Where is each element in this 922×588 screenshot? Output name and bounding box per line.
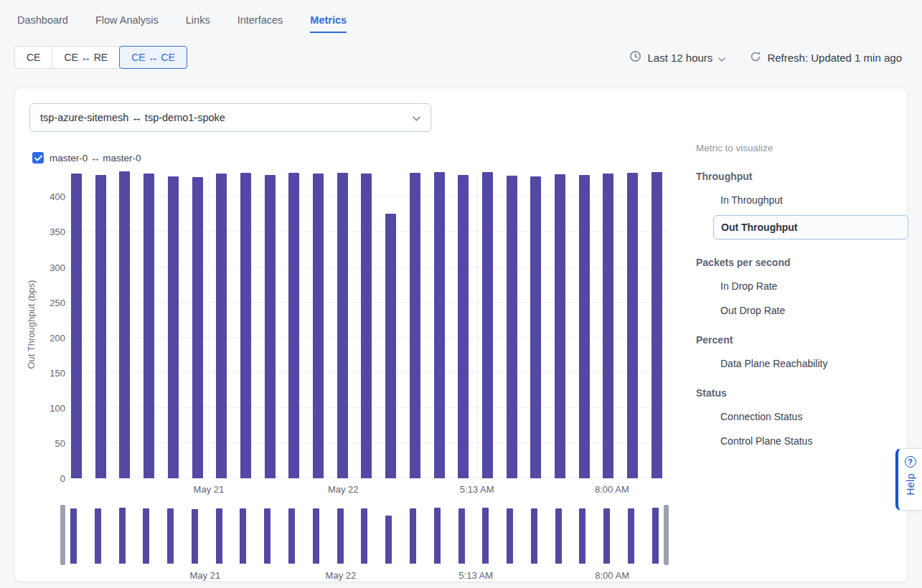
clock-icon (629, 50, 641, 65)
segment-ce-ce[interactable]: CE ↔ CE (119, 46, 187, 69)
navigator-bar (337, 508, 344, 564)
bar (71, 174, 82, 478)
top-nav: Dashboard Flow Analysis Links Interfaces… (0, 0, 922, 33)
navigator-x-tick-label: 8:00 AM (595, 570, 629, 581)
bar (361, 174, 372, 478)
x-tick-label: May 22 (328, 484, 359, 495)
metric-item-data-plane-reachability[interactable]: Data Plane Reachability (720, 357, 908, 370)
navigator-x-tick-label: 5:13 AM (458, 570, 493, 581)
bar (651, 172, 662, 478)
bar (119, 171, 130, 478)
bar (603, 174, 613, 478)
navigator-bar (70, 508, 77, 564)
navigator-bar (240, 508, 246, 564)
navigator-x-tick-label: May 21 (189, 570, 220, 581)
refresh-button[interactable]: Refresh: Updated 1 min ago (750, 51, 902, 65)
metric-item-in-drop-rate[interactable]: In Drop Rate (720, 280, 908, 293)
bar (144, 174, 154, 478)
navigator-bar (167, 508, 174, 564)
navigator-bar (579, 508, 585, 564)
bar (168, 176, 179, 478)
navigator-bar (482, 508, 489, 564)
y-tick-label: 250 (50, 297, 65, 308)
metric-group-status: Status (696, 387, 908, 399)
bar (579, 175, 590, 478)
y-tick-label: 50 (55, 437, 65, 448)
navigator-bar (531, 508, 537, 564)
bar (555, 174, 565, 478)
metric-group-packets-per-second: Packets per second (696, 257, 908, 268)
metric-item-out-throughput[interactable]: Out Throughput (713, 215, 908, 240)
chevron-down-icon (718, 52, 725, 64)
navigator-bar (119, 508, 126, 564)
nav-item-metrics[interactable]: Metrics (310, 14, 347, 33)
bar (434, 172, 445, 478)
navigator-bar (458, 508, 465, 564)
nav-item-dashboard[interactable]: Dashboard (17, 14, 68, 33)
x-tick-label: 8:00 AM (595, 484, 629, 495)
nav-item-interfaces[interactable]: Interfaces (237, 14, 283, 33)
toolbar: CE CE ↔ RE CE ↔ CE Last 12 hours Refresh… (0, 33, 922, 69)
bar (337, 173, 348, 478)
time-range-dropdown[interactable]: Last 12 hours (629, 50, 725, 65)
bar (313, 174, 324, 478)
bar (95, 175, 106, 478)
bar (216, 174, 227, 478)
navigator-bar (555, 508, 562, 564)
y-tick-label: 200 (50, 332, 65, 343)
segment-ce[interactable]: CE (14, 46, 52, 69)
bar (385, 214, 396, 478)
bar (627, 173, 638, 478)
navigator-x-tick-label: May 22 (326, 570, 357, 581)
segment-ce-re[interactable]: CE ↔ RE (52, 46, 120, 69)
navigator-bar-series (70, 508, 659, 564)
bar-series (65, 171, 668, 478)
metric-item-control-plane-status[interactable]: Control Plane Status (720, 435, 908, 447)
metric-item-out-drop-rate[interactable]: Out Drop Rate (720, 304, 908, 317)
navigator-handle-left[interactable] (60, 505, 65, 565)
y-tick-label: 350 (50, 227, 65, 237)
metric-selector-title: Metric to visualize (696, 143, 908, 153)
navigator-bar (313, 508, 319, 564)
navigator-bar (410, 508, 416, 564)
navigator-bar (361, 508, 367, 564)
metric-item-in-throughput[interactable]: In Throughput (720, 194, 908, 207)
x-tick-label: May 21 (194, 484, 225, 495)
y-tick-label: 0 (60, 473, 65, 484)
help-question-icon: ? (905, 456, 916, 468)
bar (240, 173, 251, 478)
y-tick-label: 400 (50, 191, 65, 202)
bar (288, 173, 299, 478)
help-button[interactable]: ? Help (895, 448, 922, 511)
navigator-bar (288, 508, 295, 564)
bar (265, 175, 276, 478)
metric-group-throughput: Throughput (696, 171, 908, 182)
bar (530, 176, 541, 478)
navigator-handle-right[interactable] (664, 505, 669, 565)
metric-selector: Metric to visualize Throughput In Throug… (696, 143, 908, 447)
bar (410, 173, 420, 478)
navigator-bar (216, 508, 222, 564)
refresh-icon (750, 51, 761, 65)
navigator-bar (264, 508, 271, 564)
bar (482, 172, 493, 478)
x-axis: May 21May 225:13 AM8:00 AM (65, 484, 668, 497)
navigator-bar (603, 508, 610, 564)
scope-segmented-control: CE CE ↔ RE CE ↔ CE (14, 46, 187, 69)
time-range-label: Last 12 hours (647, 52, 712, 64)
navigator-bar (385, 516, 392, 564)
navigator-bar (507, 508, 513, 564)
bar (192, 177, 203, 478)
navigator-bar (628, 508, 634, 564)
nav-item-flow-analysis[interactable]: Flow Analysis (95, 14, 159, 33)
chart-navigator[interactable] (60, 505, 669, 565)
navigator-bar (434, 508, 441, 564)
x-tick-label: 5:13 AM (460, 484, 494, 495)
nav-item-links[interactable]: Links (186, 14, 210, 33)
y-axis-title: Out Throughput (bps) (26, 224, 37, 425)
bar (458, 175, 469, 478)
metric-item-connection-status[interactable]: Connection Status (720, 410, 908, 423)
navigator-bar (143, 508, 149, 564)
navigator-bar (192, 509, 198, 564)
navigator-bar (652, 508, 659, 564)
